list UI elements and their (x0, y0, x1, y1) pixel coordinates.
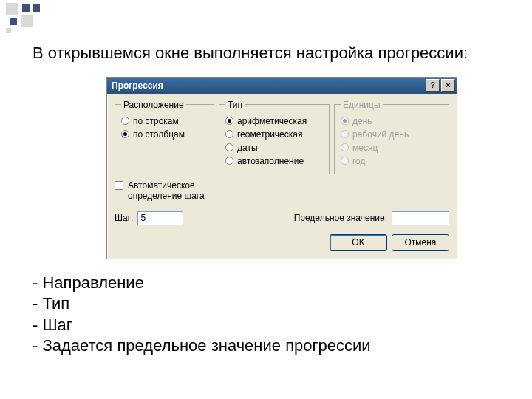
radio-geometric[interactable]: геометрическая (225, 128, 323, 141)
radio-day: день (341, 115, 443, 128)
checkbox-label: Автоматическое определение шага (128, 180, 225, 201)
radio-label: рабочий день (352, 129, 409, 140)
ok-button[interactable]: OK (330, 234, 387, 251)
radio-month: месяц (341, 141, 443, 154)
cancel-button[interactable]: Отмена (392, 234, 449, 251)
bullet-item: - Шаг (33, 315, 499, 336)
progression-dialog: Прогрессия ? × Расположение по строкам п… (106, 77, 457, 259)
bullet-item: - Тип (33, 293, 499, 315)
group-units: Единицы день рабочий день месяц (334, 100, 449, 174)
radio-arithmetic[interactable]: арифметическая (225, 115, 323, 128)
radio-label: по строкам (133, 116, 179, 126)
radio-label: год (352, 156, 366, 166)
radio-year: год (341, 154, 443, 168)
step-label: Шаг: (115, 213, 133, 223)
radio-workday: рабочий день (341, 128, 443, 141)
radio-icon (225, 130, 233, 138)
radio-icon (121, 130, 129, 138)
radio-label: по столбцам (133, 129, 185, 140)
group-location: Расположение по строкам по столбцам (115, 100, 214, 174)
bullet-list: - Направление - Тип - Шаг - Задается пре… (33, 273, 499, 357)
radio-icon (225, 117, 233, 125)
checkbox-icon (115, 181, 123, 190)
group-units-legend: Единицы (341, 100, 383, 110)
group-type-legend: Тип (225, 100, 245, 110)
radio-icon (341, 143, 349, 151)
radio-label: день (352, 116, 372, 126)
radio-label: геометрическая (237, 129, 302, 140)
radio-icon (341, 130, 349, 138)
radio-autofill[interactable]: автозаполнение (225, 154, 323, 168)
radio-label: арифметическая (237, 116, 307, 126)
radio-label: месяц (352, 143, 378, 153)
bullet-item: - Направление (33, 273, 499, 294)
step-input[interactable]: 5 (137, 211, 183, 225)
limit-label: Предельное значение: (294, 213, 387, 223)
checkbox-auto-step[interactable]: Автоматическое определение шага (115, 180, 225, 201)
radio-icon (121, 117, 129, 125)
radio-dates[interactable]: даты (225, 141, 323, 154)
radio-label: даты (237, 143, 258, 153)
radio-icon (225, 157, 233, 165)
dialog-titlebar[interactable]: Прогрессия ? × (107, 78, 457, 94)
group-location-legend: Расположение (121, 100, 186, 110)
radio-icon (341, 117, 349, 125)
dialog-title: Прогрессия (112, 81, 163, 91)
radio-label: автозаполнение (237, 156, 304, 166)
help-button[interactable]: ? (426, 79, 440, 92)
radio-by-rows[interactable]: по строкам (121, 115, 208, 128)
radio-icon (225, 143, 233, 151)
bullet-item: - Задается предельное значение прогресси… (33, 335, 499, 357)
radio-by-columns[interactable]: по столбцам (121, 128, 208, 141)
radio-icon (341, 157, 349, 165)
intro-text: В открывшемся окне выполняется настройка… (33, 43, 499, 64)
group-type: Тип арифметическая геометрическая даты (219, 100, 330, 174)
close-button[interactable]: × (441, 79, 455, 92)
limit-input[interactable] (392, 211, 449, 225)
